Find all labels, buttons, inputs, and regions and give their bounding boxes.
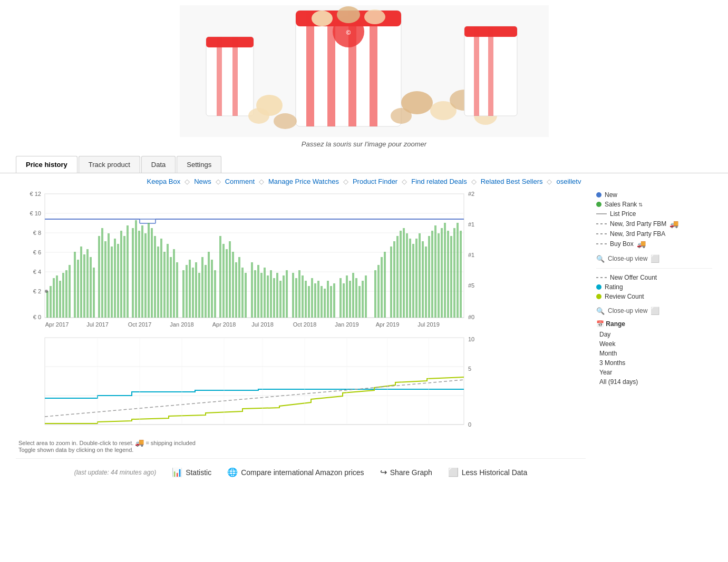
close-up-bottom-row[interactable]: 🔍 Close-up view ⬜: [596, 307, 712, 315]
zoom-note: Select area to zoom in. Double-click to …: [18, 438, 586, 447]
svg-rect-126: [254, 270, 256, 318]
nav-diamond-7: ◇: [547, 178, 552, 185]
nav-diamond-2: ◇: [216, 178, 221, 185]
svg-point-26: [312, 11, 333, 26]
legend-list-price[interactable]: List Price: [596, 210, 712, 218]
toggle-switch-icon[interactable]: ⬜: [651, 254, 659, 263]
less-historical-button[interactable]: ⬜ Less Historical Data: [448, 467, 528, 477]
statistic-button[interactable]: 📊 Statistic: [172, 467, 211, 477]
nav-related-best-sellers[interactable]: Related Best Sellers: [481, 178, 543, 185]
svg-rect-74: [77, 260, 79, 318]
close-up-price-row[interactable]: 🔍 Close-up view ⬜: [596, 254, 712, 263]
svg-rect-176: [428, 236, 430, 318]
svg-rect-115: [214, 270, 216, 318]
bottom-chart-svg[interactable]: 10 5 0: [16, 335, 474, 435]
svg-rect-121: [235, 262, 237, 318]
legend-new-3p-fba[interactable]: New, 3rd Party FBA: [596, 230, 712, 238]
legend-new-3p-fbm[interactable]: New, 3rd Party FBM 🚚: [596, 220, 712, 228]
svg-rect-75: [80, 247, 82, 318]
new-3p-fbm-line-icon: [596, 223, 607, 224]
nav-comment[interactable]: Comment: [225, 178, 255, 185]
svg-point-19: [391, 108, 412, 124]
svg-rect-100: [163, 252, 166, 318]
svg-rect-101: [167, 244, 169, 318]
calendar-icon: 📅: [596, 320, 604, 328]
share-button[interactable]: ↪ Share Graph: [380, 467, 432, 477]
nav-oseilletv[interactable]: oseilletv: [556, 178, 581, 185]
range-3months[interactable]: 3 Months: [596, 358, 712, 368]
svg-point-187: [45, 290, 48, 293]
compare-label: Compare international Amazon prices: [241, 468, 364, 477]
price-chart-svg[interactable]: € 12 € 10 € 8 € 6 € 4 € 2 € 0 #200,000 #…: [16, 189, 474, 331]
svg-rect-25: [488, 26, 493, 116]
share-icon: ↪: [380, 467, 387, 477]
nav-product-finder[interactable]: Product Finder: [353, 178, 397, 185]
svg-rect-80: [98, 236, 100, 318]
svg-rect-169: [406, 233, 408, 318]
svg-rect-141: [305, 281, 307, 318]
svg-rect-119: [229, 241, 231, 318]
svg-text:€ 4: € 4: [33, 269, 41, 275]
legend-sales-rank[interactable]: Sales Rank ⇅: [596, 201, 712, 208]
svg-rect-112: [205, 265, 207, 318]
svg-rect-71: [65, 270, 67, 318]
svg-rect-174: [422, 241, 424, 318]
nav-keepa-box[interactable]: Keepa Box: [147, 178, 181, 185]
svg-rect-109: [195, 262, 197, 318]
nav-news[interactable]: News: [194, 178, 211, 185]
svg-text:#100,000: #100,000: [468, 252, 474, 258]
tabs-section: Price history Track product Data Setting…: [0, 156, 728, 173]
minus-box-icon: ⬜: [448, 467, 459, 477]
svg-rect-93: [141, 225, 143, 318]
range-all[interactable]: All (914 days): [596, 377, 712, 387]
range-day[interactable]: Day: [596, 330, 712, 339]
svg-rect-123: [241, 268, 244, 318]
svg-rect-96: [151, 228, 153, 318]
tab-track-product[interactable]: Track product: [79, 156, 140, 173]
legend-rating[interactable]: Rating: [596, 283, 712, 291]
svg-text:Jul 2017: Jul 2017: [86, 321, 109, 328]
svg-text:Jul 2018: Jul 2018: [251, 321, 274, 328]
tab-data[interactable]: Data: [141, 156, 176, 173]
truck-icon: 🚚: [135, 438, 144, 447]
tab-price-history[interactable]: Price history: [16, 156, 77, 173]
svg-rect-114: [211, 260, 213, 318]
legend-new-offer-count[interactable]: New Offer Count: [596, 274, 712, 281]
legend-review-count[interactable]: Review Count: [596, 293, 712, 300]
range-month[interactable]: Month: [596, 349, 712, 358]
svg-rect-79: [93, 268, 95, 318]
nav-manage-price-watches[interactable]: Manage Price Watches: [268, 178, 339, 185]
new-dot-icon: [596, 192, 601, 198]
toggle-switch-icon-2[interactable]: ⬜: [651, 307, 659, 315]
shipping-note: = shipping included: [145, 440, 196, 446]
legend-buy-box[interactable]: Buy Box 🚚: [596, 240, 712, 248]
range-week[interactable]: Week: [596, 339, 712, 349]
main-content: € 12 € 10 € 8 € 6 € 4 € 2 € 0 #200,000 #…: [0, 189, 728, 482]
svg-rect-125: [251, 262, 253, 318]
nav-diamond-3: ◇: [259, 178, 264, 185]
svg-rect-65: [46, 291, 48, 318]
svg-rect-161: [377, 265, 380, 318]
svg-rect-160: [374, 270, 376, 318]
svg-text:€ 0: € 0: [33, 314, 41, 320]
nav-find-related-deals[interactable]: Find related Deals: [411, 178, 467, 185]
legend-new[interactable]: New: [596, 191, 712, 199]
svg-rect-167: [400, 231, 402, 318]
truck-fbm-icon: 🚚: [669, 220, 678, 228]
svg-rect-73: [74, 252, 76, 318]
tab-settings[interactable]: Settings: [177, 156, 221, 173]
range-year[interactable]: Year: [596, 368, 712, 377]
legend-new-3p-fba-label: New, 3rd Party FBA: [610, 230, 665, 238]
legend-new-label: New: [605, 191, 617, 199]
svg-rect-120: [232, 252, 234, 318]
svg-rect-81: [101, 228, 103, 318]
svg-rect-153: [346, 275, 348, 318]
chart-area: € 12 € 10 € 8 € 6 € 4 € 2 € 0 #200,000 #…: [16, 189, 586, 482]
svg-point-27: [337, 6, 360, 23]
svg-rect-104: [176, 262, 178, 318]
sort-icon: ⇅: [638, 202, 643, 208]
svg-text:Jan 2018: Jan 2018: [170, 321, 193, 328]
compare-button[interactable]: 🌐 Compare international Amazon prices: [227, 467, 364, 477]
svg-rect-183: [450, 236, 452, 318]
svg-rect-103: [173, 249, 175, 318]
